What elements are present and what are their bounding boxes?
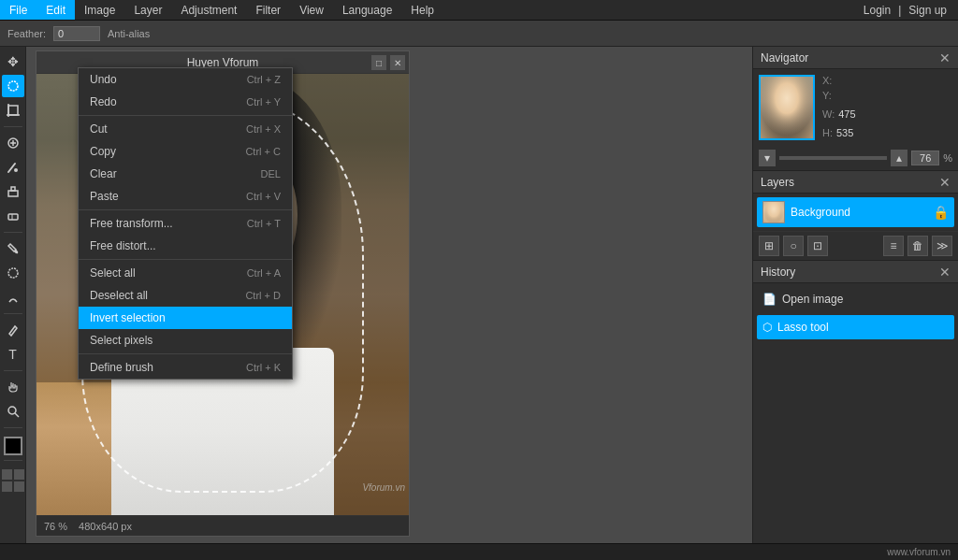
nav-h: H: 535 xyxy=(822,127,856,138)
layer-pages-button[interactable]: ⊞ xyxy=(759,236,779,256)
navigator-zoom-bar: ▾ ▴ % xyxy=(753,146,958,170)
menu-sep-1 xyxy=(79,115,292,116)
tool-crop[interactable] xyxy=(2,99,24,122)
navigator-content: X: Y: W: 475 H: 535 xyxy=(753,69,958,146)
restore-button[interactable]: □ xyxy=(371,55,386,70)
grid-item-4[interactable] xyxy=(14,481,24,492)
menu-language[interactable]: Language xyxy=(333,0,401,20)
menu-view[interactable]: View xyxy=(290,0,333,20)
menubar: File Edit Image Layer Adjustment Filter … xyxy=(0,0,958,21)
history-header: History ✕ xyxy=(753,261,958,283)
menu-sep-3 xyxy=(79,259,292,260)
tool-hand[interactable] xyxy=(2,376,24,398)
menu-file[interactable]: File xyxy=(0,0,36,20)
history-open-label: Open image xyxy=(782,293,843,306)
tool-move[interactable]: ✥ xyxy=(2,50,24,73)
tool-brush[interactable] xyxy=(2,156,24,179)
feather-input[interactable] xyxy=(53,26,100,41)
layer-circle-button[interactable]: ○ xyxy=(783,236,804,256)
menu-invert-selection[interactable]: Invert selection xyxy=(79,307,292,329)
layers-title: Layers xyxy=(761,176,794,189)
menu-select-pixels[interactable]: Select pixels xyxy=(79,329,292,352)
navigator-panel: Navigator ✕ X: Y: W: xyxy=(753,47,958,171)
menu-edit[interactable]: Edit xyxy=(36,0,75,20)
tool-zoom[interactable] xyxy=(2,400,24,423)
menu-select-all[interactable]: Select all Ctrl + A xyxy=(79,262,292,284)
grid-item-2[interactable] xyxy=(14,469,24,480)
menu-help[interactable]: Help xyxy=(401,0,443,20)
layers-close[interactable]: ✕ xyxy=(939,175,951,190)
menu-redo[interactable]: Redo Ctrl + Y xyxy=(79,91,292,113)
tool-text[interactable]: T xyxy=(2,343,24,366)
layer-lock-icon: 🔒 xyxy=(933,205,949,220)
zoom-in-button[interactable]: ▴ xyxy=(891,150,907,166)
nav-y: Y: xyxy=(822,90,856,101)
layers-content: Background 🔒 xyxy=(753,194,958,231)
history-content: 📄 Open image ⬡ Lasso tool xyxy=(753,283,958,343)
layer-more-button[interactable]: ≫ xyxy=(932,236,952,256)
menu-paste[interactable]: Paste Ctrl + V xyxy=(79,185,292,208)
menu-deselect-all[interactable]: Deselect all Ctrl + D xyxy=(79,284,292,307)
svg-point-7 xyxy=(14,168,18,172)
menu-sep-4 xyxy=(79,353,292,354)
canvas-area[interactable]: Huyen Vforum □ ✕ xyxy=(26,47,752,560)
nav-x: X: xyxy=(822,75,856,86)
layers-toolbar: ⊞ ○ ⊡ ≡ 🗑 ≫ xyxy=(753,231,958,260)
history-open-image[interactable]: 📄 Open image xyxy=(757,287,954,311)
svg-rect-8 xyxy=(8,191,18,196)
options-bar: Feather: Anti-alias xyxy=(0,21,958,47)
menu-image[interactable]: Image xyxy=(75,0,124,20)
menu-layer[interactable]: Layer xyxy=(124,0,171,20)
history-close[interactable]: ✕ xyxy=(939,265,951,280)
history-open-icon: 📄 xyxy=(762,293,777,306)
menu-define-brush[interactable]: Define brush Ctrl + K xyxy=(79,356,292,379)
tool-stamp[interactable] xyxy=(2,180,24,203)
menu-copy[interactable]: Copy Ctrl + C xyxy=(79,140,292,163)
tool-lasso[interactable] xyxy=(2,75,24,97)
layers-panel: Layers ✕ Background 🔒 ⊞ ○ ⊡ ≡ 🗑 ≫ xyxy=(753,171,958,261)
left-toolbar: ✥ T xyxy=(0,47,26,560)
antialias-label: Anti-alias xyxy=(108,28,150,39)
layer-menu-button[interactable]: ≡ xyxy=(883,236,904,256)
zoom-percent-label: % xyxy=(943,152,952,164)
zoom-value-input[interactable] xyxy=(911,151,939,165)
history-panel: History ✕ 📄 Open image ⬡ Lasso tool xyxy=(753,261,958,560)
svg-point-13 xyxy=(8,407,16,414)
grid-item-3[interactable] xyxy=(2,481,12,492)
menu-adjustment[interactable]: Adjustment xyxy=(171,0,246,20)
navigator-close[interactable]: ✕ xyxy=(939,50,951,65)
menu-free-transform[interactable]: Free transform... Ctrl + T xyxy=(79,212,292,235)
menu-cut[interactable]: Cut Ctrl + X xyxy=(79,118,292,140)
navigator-thumbnail[interactable] xyxy=(759,75,815,140)
tool-fill[interactable] xyxy=(2,237,24,260)
tool-blur[interactable] xyxy=(2,262,24,284)
history-lasso-tool[interactable]: ⬡ Lasso tool xyxy=(757,315,954,339)
tool-dodge[interactable] xyxy=(2,286,24,309)
login-link[interactable]: Login xyxy=(864,4,891,17)
tool-pen[interactable] xyxy=(2,319,24,341)
menu-clear[interactable]: Clear DEL xyxy=(79,163,292,185)
zoom-out-button[interactable]: ▾ xyxy=(759,150,776,166)
tool-eraser[interactable] xyxy=(2,205,24,227)
layer-mask-button[interactable]: ⊡ xyxy=(807,236,828,256)
right-panels: Navigator ✕ X: Y: W: xyxy=(752,47,958,560)
image-statusbar: 76 % 480x640 px xyxy=(36,515,409,536)
menu-sep-2 xyxy=(79,209,292,210)
dimensions-display: 480x640 px xyxy=(79,521,132,532)
zoom-slider[interactable] xyxy=(779,156,887,160)
foreground-color[interactable] xyxy=(4,437,22,455)
nav-w: W: 475 xyxy=(822,108,856,120)
svg-point-0 xyxy=(8,81,18,91)
layer-delete-button[interactable]: 🗑 xyxy=(907,236,928,256)
grid-item-1[interactable] xyxy=(2,469,12,480)
layer-item-background[interactable]: Background 🔒 xyxy=(757,197,954,227)
website-url: www.vforum.vn xyxy=(887,547,951,557)
menu-free-distort[interactable]: Free distort... xyxy=(79,235,292,257)
zoom-display: 76 % xyxy=(44,521,67,532)
menu-undo[interactable]: Undo Ctrl + Z xyxy=(79,68,292,91)
layer-thumbnail xyxy=(762,201,785,223)
close-button[interactable]: ✕ xyxy=(390,55,405,70)
tool-heal[interactable] xyxy=(2,132,24,154)
signup-link[interactable]: Sign up xyxy=(908,4,947,17)
menu-filter[interactable]: Filter xyxy=(246,0,290,20)
